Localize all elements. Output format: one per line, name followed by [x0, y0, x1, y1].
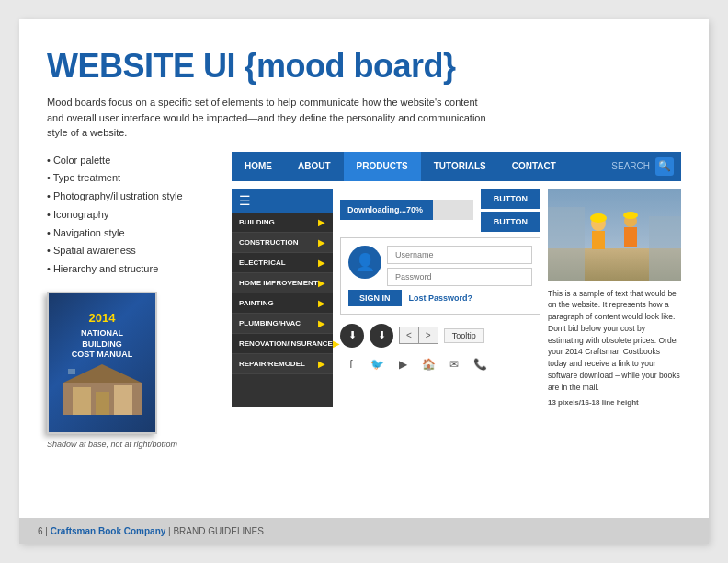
bullet-spatial: Spatial awareness [47, 242, 217, 260]
photo-area: This is a sample of text that would be o… [548, 189, 681, 408]
progress-text: Downloading...70% [347, 205, 423, 214]
intro-paragraph: Mood boards focus on a specific set of e… [47, 95, 488, 141]
sidebar-item-renovation[interactable]: RENOVATION/INSURANCE ▶ [232, 334, 333, 354]
nav-arrows: < > [399, 327, 438, 344]
page-title: WEBSITE UI {mood board} [47, 47, 681, 86]
svg-rect-5 [68, 369, 75, 374]
search-icon[interactable]: 🔍 [655, 157, 674, 176]
page-container: WEBSITE UI {mood board} Mood boards focu… [19, 19, 709, 544]
page-footer: 6 | Craftsman Book Company | BRAND GUIDE… [19, 518, 709, 544]
download-icon-2[interactable]: ⬇ [370, 324, 393, 348]
bullet-photo: Photography/illustration style [47, 188, 217, 206]
svg-rect-9 [592, 231, 605, 249]
bullet-color: Color palette [47, 152, 217, 170]
button-2[interactable]: BUTTON [481, 212, 540, 232]
buttons-col: BUTTON BUTTON [481, 189, 540, 232]
sample-text: This is a sample of text that would be o… [548, 288, 681, 394]
footer-suffix: | BRAND GUIDELINES [165, 526, 264, 536]
progress-row: Downloading...70% BUTTON BUTTON [340, 189, 540, 232]
tooltip-box: Tooltip [444, 328, 484, 343]
icon-row: ⬇ ⬇ < > Tooltip [340, 324, 540, 348]
nav-home[interactable]: HOME [232, 152, 285, 181]
sidebar-arrow: ▶ [318, 318, 325, 328]
form-area: 👤 SIGN IN Lost Password? [340, 237, 540, 315]
sidebar-arrow: ▶ [318, 298, 325, 308]
footer-brand: Craftsman Book Company [51, 526, 166, 536]
sidebar-arrow: ▶ [318, 258, 325, 268]
nav-search-area[interactable]: SEARCH 🔍 [611, 157, 681, 176]
sign-in-button[interactable]: SIGN IN [348, 290, 402, 306]
form-with-icon: 👤 [348, 246, 532, 286]
svg-rect-2 [73, 387, 91, 415]
hamburger-icon: ☰ [239, 193, 251, 208]
sidebar-arrow: ▶ [318, 217, 325, 227]
next-button[interactable]: > [419, 327, 438, 343]
nav-tutorials[interactable]: TUTORIALS [421, 152, 499, 181]
svg-point-12 [590, 213, 607, 223]
sidebar-item-construction[interactable]: CONSTRUCTION ▶ [232, 233, 333, 253]
book-image: 2014 NATIONALBUILDINGCOST MANUAL [47, 292, 157, 434]
progress-bar-fill: Downloading...70% [340, 200, 433, 220]
lost-password-link[interactable]: Lost Password? [409, 293, 473, 303]
construction-svg [548, 189, 681, 281]
sidebar-item-repair[interactable]: REPAIR/REMODEL ▶ [232, 354, 333, 374]
svg-rect-4 [114, 385, 132, 415]
search-label: SEARCH [611, 161, 650, 171]
right-panel: HOME ABOUT PRODUCTS TUTORIALS CONTACT SE… [232, 152, 681, 450]
form-bottom-row: SIGN IN Lost Password? [348, 290, 532, 306]
sidebar-menu: ☰ BUILDING ▶ CONSTRUCTION ▶ ELECTRICAL ▶ [232, 189, 333, 408]
svg-rect-14 [548, 207, 585, 281]
sidebar-item-building[interactable]: BUILDING ▶ [232, 213, 333, 233]
bullet-list: Color palette Type treatment Photography… [47, 152, 217, 280]
form-fields [387, 246, 532, 286]
prev-button[interactable]: < [400, 327, 419, 343]
book-caption: Shadow at base, not at right/bottom [47, 440, 217, 449]
font-info: 13 pixels/16-18 line height [548, 398, 681, 407]
phone-icon[interactable]: 📞 [469, 353, 491, 375]
sidebar-item-plumbing[interactable]: PLUMBING/HVAC ▶ [232, 314, 333, 334]
email-icon[interactable]: ✉ [443, 353, 465, 375]
download-icon-1[interactable]: ⬇ [340, 324, 364, 348]
main-content: Color palette Type treatment Photography… [47, 152, 681, 450]
button-1[interactable]: BUTTON [481, 189, 540, 209]
sidebar-arrow: ▶ [318, 359, 325, 369]
nav-products[interactable]: PRODUCTS [344, 152, 421, 181]
svg-rect-11 [624, 227, 637, 247]
book-year: 2014 [89, 311, 116, 325]
bullet-hierarchy: Hierarchy and structure [47, 260, 217, 279]
sidebar-item-electrical[interactable]: ELECTRICAL ▶ [232, 253, 333, 273]
user-icon: 👤 [348, 246, 381, 279]
nav-about[interactable]: ABOUT [285, 152, 344, 181]
sidebar-arrow: ▶ [318, 237, 325, 247]
sidebar-item-home-improvement[interactable]: HOME IMPROVEMENT ▶ [232, 273, 333, 293]
sidebar-item-painting[interactable]: PAINTING ▶ [232, 293, 333, 314]
facebook-icon[interactable]: f [340, 353, 362, 375]
sidebar-arrow: ▶ [318, 278, 325, 288]
construction-photo [548, 189, 681, 281]
nav-contact[interactable]: CONTACT [499, 152, 569, 181]
book-title: NATIONALBUILDINGCOST MANUAL [72, 328, 133, 361]
book-container: 2014 NATIONALBUILDINGCOST MANUAL Shadow … [47, 292, 217, 449]
bullet-icon: Iconography [47, 206, 217, 224]
svg-rect-3 [96, 392, 109, 415]
sidebar-arrow: ▶ [333, 339, 340, 349]
bullet-type: Type treatment [47, 169, 217, 188]
svg-rect-15 [649, 216, 681, 281]
footer-separator: | [43, 526, 51, 536]
nav-bar: HOME ABOUT PRODUCTS TUTORIALS CONTACT SE… [232, 152, 681, 181]
twitter-icon[interactable]: 🐦 [366, 353, 388, 375]
book-graphic-svg [63, 364, 142, 415]
svg-point-13 [623, 212, 638, 219]
password-input[interactable] [387, 268, 532, 286]
home-icon[interactable]: 🏠 [417, 353, 439, 375]
bullet-nav: Navigation style [47, 224, 217, 243]
middle-section: ☰ BUILDING ▶ CONSTRUCTION ▶ ELECTRICAL ▶ [232, 189, 681, 408]
left-panel: Color palette Type treatment Photography… [47, 152, 217, 450]
social-icons: f 🐦 ▶ 🏠 ✉ 📞 [340, 353, 540, 375]
progress-bar-container: Downloading...70% [340, 200, 473, 220]
sidebar-header[interactable]: ☰ [232, 189, 333, 213]
username-input[interactable] [387, 246, 532, 264]
youtube-icon[interactable]: ▶ [392, 353, 414, 375]
center-panel: Downloading...70% BUTTON BUTTON 👤 [340, 189, 540, 408]
